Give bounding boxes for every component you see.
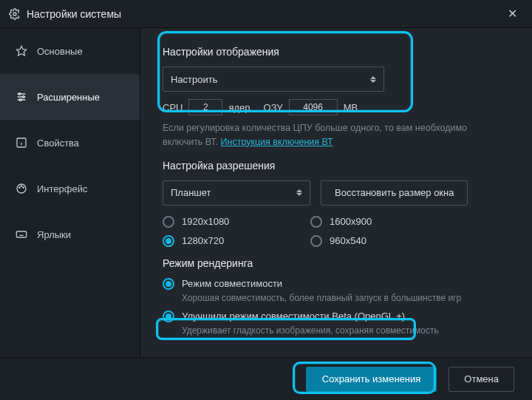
resolution-1600x900[interactable]: 1600x900 <box>310 216 414 228</box>
close-icon[interactable]: ✕ <box>502 4 523 24</box>
render-mode-compat[interactable]: Режим совместимости <box>163 278 514 290</box>
svg-point-13 <box>21 186 21 186</box>
palette-icon <box>15 182 28 195</box>
sidebar-item-advanced[interactable]: Расширенные <box>0 74 140 120</box>
sidebar-item-label: Свойства <box>37 138 79 149</box>
cpu-label: CPU <box>163 102 183 113</box>
radio-icon <box>163 216 174 228</box>
svg-rect-15 <box>16 231 26 237</box>
cpu-hint: Если регулировка количества ЦПУ больше о… <box>163 121 488 149</box>
sidebar-item-label: Основные <box>37 46 83 57</box>
render-heading: Режим рендеринга <box>163 257 514 269</box>
star-icon <box>15 44 28 58</box>
select-value: Настроить <box>171 74 218 85</box>
resolution-heading: Настройка разрешения <box>163 160 514 172</box>
svg-point-6 <box>22 96 24 98</box>
radio-label: Режим совместимости <box>182 278 282 289</box>
cancel-button[interactable]: Отмена <box>449 367 514 392</box>
svg-point-7 <box>19 99 21 101</box>
radio-icon <box>163 278 174 290</box>
render-opt2-hint: Удерживает гладкость изображения, сохран… <box>182 325 514 336</box>
content-pane: Настройки отображения Настроить CPU ядер… <box>140 28 532 357</box>
info-icon <box>15 136 28 149</box>
radio-label: Улучшили режим совместимости Beta (OpenG… <box>182 311 405 322</box>
svg-point-12 <box>19 187 20 188</box>
display-mode-select[interactable]: Настроить <box>163 67 384 92</box>
resolution-preset-select[interactable]: Планшет <box>163 180 310 206</box>
radio-label: 1920x1080 <box>182 216 229 227</box>
select-value: Планшет <box>171 187 211 198</box>
sidebar-item-label: Ярлыки <box>37 229 71 240</box>
svg-point-14 <box>23 187 24 188</box>
vt-instructions-link[interactable]: Инструкция включения ВТ <box>221 137 333 147</box>
cpu-input[interactable] <box>188 99 222 115</box>
cores-label: ядер <box>228 102 250 113</box>
radio-icon <box>310 216 322 228</box>
radio-icon <box>310 235 322 247</box>
sidebar-item-label: Интерфейс <box>37 183 87 194</box>
reset-window-button[interactable]: Восстановить размер окна <box>321 180 468 206</box>
sidebar: Основные Расширенные Свойства Интерфейс … <box>0 28 140 357</box>
ram-unit: MB <box>344 102 358 113</box>
chevron-updown-icon <box>296 189 302 196</box>
sidebar-item-shortcuts[interactable]: Ярлыки <box>0 211 140 257</box>
footer: Сохранить изменения Отмена <box>0 357 532 400</box>
window-title: Настройки системы <box>27 8 502 20</box>
sidebar-item-label: Расширенные <box>37 92 100 103</box>
titlebar: Настройки системы ✕ <box>0 0 532 28</box>
ram-label: ОЗУ <box>264 102 283 113</box>
chevron-updown-icon <box>370 76 376 83</box>
radio-label: 1280x720 <box>182 235 224 246</box>
keyboard-icon <box>15 228 28 241</box>
ram-input[interactable] <box>289 99 338 115</box>
svg-point-5 <box>18 93 21 95</box>
display-heading: Настройки отображения <box>163 46 514 58</box>
radio-label: 1600x900 <box>330 216 372 227</box>
sidebar-item-properties[interactable]: Свойства <box>0 120 140 166</box>
resolution-1280x720[interactable]: 1280x720 <box>163 235 266 247</box>
sidebar-item-basic[interactable]: Основные <box>0 28 140 74</box>
resolution-960x540[interactable]: 960x540 <box>310 235 414 247</box>
radio-label: 960x540 <box>330 235 366 246</box>
gear-icon <box>9 8 21 20</box>
sliders-icon <box>15 90 28 104</box>
svg-marker-1 <box>16 46 26 55</box>
render-mode-opengl[interactable]: Улучшили режим совместимости Beta (OpenG… <box>163 311 514 322</box>
save-button[interactable]: Сохранить изменения <box>306 367 437 392</box>
render-opt1-hint: Хорошая совместимость, более плавный зап… <box>182 293 514 303</box>
radio-icon <box>163 311 174 322</box>
sidebar-item-interface[interactable]: Интерфейс <box>0 166 140 211</box>
resolution-1920x1080[interactable]: 1920x1080 <box>163 216 266 228</box>
svg-point-0 <box>13 13 16 16</box>
radio-icon <box>163 235 174 247</box>
